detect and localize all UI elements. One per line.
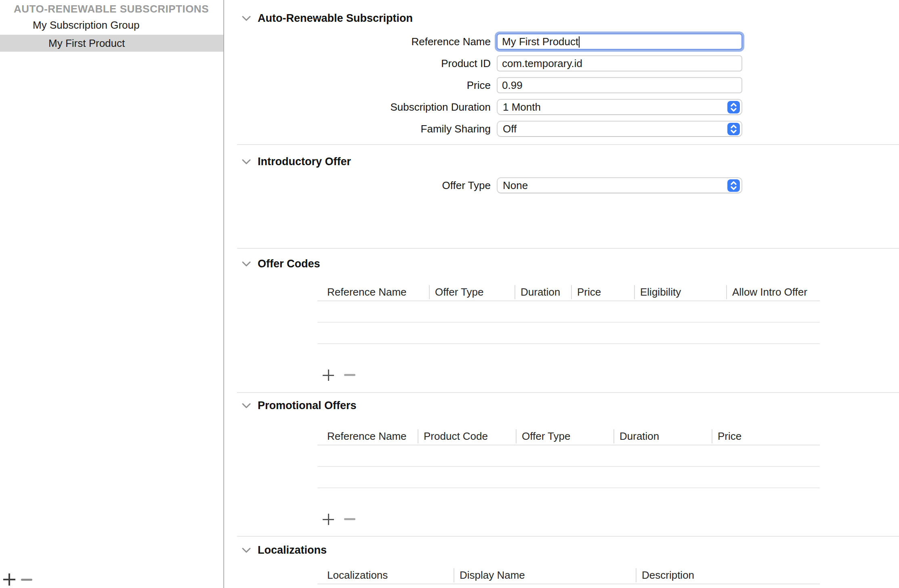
chevron-down-icon[interactable] [242,158,251,165]
column-header[interactable]: Duration [613,429,712,443]
section-divider [237,392,899,393]
section-divider [237,144,899,145]
promotional-offers-table: Reference Name Product Code Offer Type D… [317,428,820,488]
column-header[interactable]: Allow Intro Offer [726,285,820,299]
family-sharing-select[interactable]: Off [497,121,742,137]
reference-name-label: Reference Name [242,34,491,50]
column-header[interactable]: Duration [515,285,571,299]
popup-stepper-icon [727,123,740,135]
chevron-down-icon[interactable] [242,15,251,22]
table-row[interactable] [317,467,820,488]
popup-stepper-icon [727,179,740,192]
section-title-offer-codes: Offer Codes [258,256,320,272]
column-header[interactable]: Reference Name [317,285,429,299]
add-promotional-offer-button[interactable] [323,514,334,525]
offer-type-label: Offer Type [242,177,491,193]
sidebar-divider [223,0,224,588]
section-divider [237,536,899,537]
chevron-down-icon[interactable] [242,547,251,554]
text-cursor [579,36,580,48]
remove-offer-code-button[interactable] [344,374,355,376]
table-row[interactable] [317,445,820,467]
table-row[interactable] [317,323,820,344]
family-sharing-label: Family Sharing [242,121,491,137]
section-divider [237,248,899,249]
column-header[interactable]: Eligibility [634,285,726,299]
subscription-duration-select[interactable]: 1 Month [497,99,742,115]
sidebar-group-header: AUTO-RENEWABLE SUBSCRIPTIONS [14,3,216,15]
column-header[interactable]: Localizations [317,568,454,582]
remove-product-button[interactable] [21,579,32,581]
table-row[interactable] [317,301,820,323]
section-title-localizations: Localizations [258,542,327,558]
promotional-offers-table-header: Reference Name Product Code Offer Type D… [317,428,820,445]
localizations-table-header: Localizations Display Name Description [317,567,820,584]
section-title-promotional-offers: Promotional Offers [258,397,357,414]
product-id-field[interactable]: com.temporary.id [497,55,742,71]
subscription-duration-label: Subscription Duration [242,99,491,115]
section-title-introductory-offer: Introductory Offer [258,153,351,170]
reference-name-field[interactable]: My First Product [497,34,742,50]
offer-codes-table-header: Reference Name Offer Type Duration Price… [317,284,820,301]
column-header[interactable]: Price [571,285,634,299]
column-header[interactable]: Offer Type [429,285,515,299]
localizations-table: Localizations Display Name Description [317,567,820,584]
sidebar-item-subscription-group[interactable]: My Subscription Group [0,19,223,31]
column-header[interactable]: Product Code [418,429,516,443]
offer-type-select[interactable]: None [497,177,742,193]
price-label: Price [242,77,491,93]
sidebar-item-first-product[interactable]: My First Product [0,35,223,52]
price-field[interactable]: 0.99 [497,77,742,93]
offer-codes-table: Reference Name Offer Type Duration Price… [317,284,820,344]
add-product-button[interactable] [3,573,15,586]
column-header[interactable]: Price [712,429,820,443]
chevron-down-icon[interactable] [242,402,251,409]
column-header[interactable]: Reference Name [317,429,418,443]
column-header[interactable]: Offer Type [516,429,613,443]
popup-stepper-icon [727,101,740,113]
column-header[interactable]: Display Name [454,568,636,582]
product-id-label: Product ID [242,55,491,71]
chevron-down-icon[interactable] [242,260,251,267]
add-offer-code-button[interactable] [323,370,334,381]
remove-promotional-offer-button[interactable] [344,518,355,520]
column-header[interactable]: Description [636,568,820,582]
section-title-auto-renewable: Auto-Renewable Subscription [258,10,413,26]
